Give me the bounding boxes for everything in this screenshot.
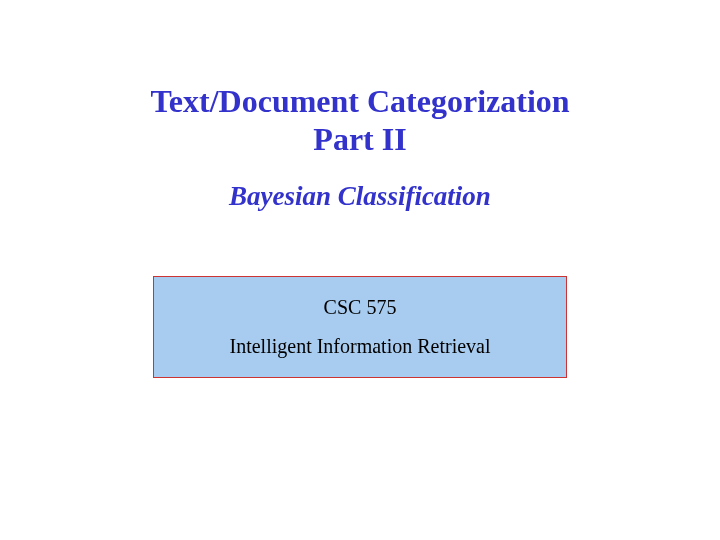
course-name: Intelligent Information Retrieval	[229, 335, 490, 358]
title-line-2: Part II	[0, 120, 720, 158]
title-line-1: Text/Document Categorization	[0, 82, 720, 120]
slide-container: Text/Document Categorization Part II Bay…	[0, 0, 720, 540]
course-info-box: CSC 575 Intelligent Information Retrieva…	[153, 276, 567, 378]
subtitle: Bayesian Classification	[0, 181, 720, 212]
course-code: CSC 575	[324, 296, 397, 319]
